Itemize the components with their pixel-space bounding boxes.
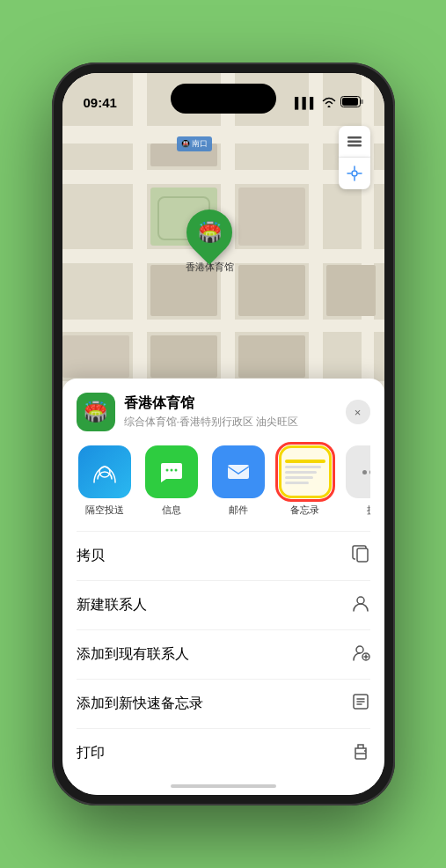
pin-icon: 🏟️ — [198, 221, 222, 244]
svg-point-18 — [356, 646, 363, 653]
wifi-icon — [322, 97, 336, 110]
close-button[interactable]: × — [346, 400, 370, 424]
phone-frame: 09:41 ▌▌▌ — [52, 63, 395, 805]
share-item-notes[interactable]: 备忘录 — [277, 445, 333, 517]
status-icons: ▌▌▌ — [295, 96, 363, 110]
svg-rect-5 — [347, 144, 362, 147]
printer-icon — [351, 741, 370, 765]
notes-lines — [281, 456, 329, 488]
airdrop-icon-box — [78, 445, 131, 498]
map-controls — [339, 126, 370, 189]
mail-icon-box — [212, 445, 265, 498]
notes-label: 备忘录 — [290, 504, 319, 517]
map-label-icon: 🚇 — [181, 140, 190, 148]
svg-point-17 — [357, 597, 364, 604]
action-print[interactable]: 打印 — [77, 729, 370, 777]
map-label-text: 南口 — [192, 139, 208, 148]
svg-point-13 — [170, 469, 172, 472]
phone-screen: 09:41 ▌▌▌ — [62, 73, 384, 795]
dynamic-island — [171, 84, 276, 114]
venue-name: 香港体育馆 — [124, 394, 337, 413]
mail-label: 邮件 — [229, 504, 248, 517]
share-item-airdrop[interactable]: 隔空投送 — [77, 445, 133, 517]
svg-rect-2 — [342, 98, 358, 106]
svg-rect-4 — [347, 140, 362, 143]
svg-rect-16 — [357, 548, 368, 562]
action-new-contact[interactable]: 新建联系人 — [77, 581, 370, 630]
more-label: 提 — [367, 504, 370, 517]
action-quick-note[interactable]: 添加到新快速备忘录 — [77, 680, 370, 729]
more-dots — [362, 470, 370, 474]
share-item-message[interactable]: 信息 — [143, 445, 200, 517]
location-button[interactable] — [339, 158, 370, 189]
add-contact-icon — [351, 643, 370, 666]
status-time: 09:41 — [84, 95, 117, 110]
svg-point-27 — [364, 750, 366, 752]
action-print-label: 打印 — [77, 744, 105, 762]
pin-circle: 🏟️ — [177, 200, 242, 265]
svg-rect-3 — [347, 136, 362, 139]
venue-emoji: 🏟️ — [84, 401, 107, 423]
signal-icon: ▌▌▌ — [295, 97, 318, 109]
svg-rect-26 — [355, 754, 366, 759]
venue-info: 香港体育馆 综合体育馆·香港特别行政区 油尖旺区 — [124, 394, 337, 430]
share-item-more[interactable]: 提 — [344, 445, 370, 517]
action-quick-note-label: 添加到新快速备忘录 — [77, 695, 203, 713]
svg-rect-1 — [361, 99, 363, 104]
share-item-mail[interactable]: 邮件 — [210, 445, 267, 517]
map-label: 🚇 南口 — [177, 136, 213, 151]
stadium-pin[interactable]: 🏟️ 香港体育馆 — [186, 210, 234, 274]
message-label: 信息 — [162, 504, 181, 517]
venue-header: 🏟️ 香港体育馆 综合体育馆·香港特别行政区 油尖旺区 × — [77, 393, 370, 442]
map-layer-button[interactable] — [339, 126, 370, 158]
share-row: 隔空投送 信息 — [77, 442, 370, 531]
svg-point-6 — [352, 171, 357, 176]
notes-icon-box — [279, 445, 332, 498]
airdrop-label: 隔空投送 — [85, 504, 124, 517]
new-contact-icon — [351, 593, 370, 617]
action-copy-label: 拷贝 — [77, 547, 105, 565]
action-add-contact-label: 添加到现有联系人 — [77, 645, 189, 664]
copy-icon — [351, 544, 370, 568]
action-list: 拷贝 新建联系人 — [77, 531, 370, 777]
action-copy[interactable]: 拷贝 — [77, 532, 370, 581]
action-add-contact[interactable]: 添加到现有联系人 — [77, 630, 370, 680]
svg-rect-15 — [228, 465, 249, 479]
battery-icon — [340, 96, 363, 110]
quick-note-icon — [351, 692, 370, 716]
bottom-sheet: 🏟️ 香港体育馆 综合体育馆·香港特别行政区 油尖旺区 × — [62, 379, 384, 795]
svg-point-14 — [174, 469, 177, 472]
action-new-contact-label: 新建联系人 — [77, 596, 147, 614]
venue-icon: 🏟️ — [77, 393, 115, 431]
more-icon-box — [346, 445, 370, 498]
message-icon-box — [145, 445, 198, 498]
home-indicator — [171, 784, 276, 788]
venue-subtitle: 综合体育馆·香港特别行政区 油尖旺区 — [124, 415, 337, 430]
svg-point-12 — [165, 469, 168, 472]
